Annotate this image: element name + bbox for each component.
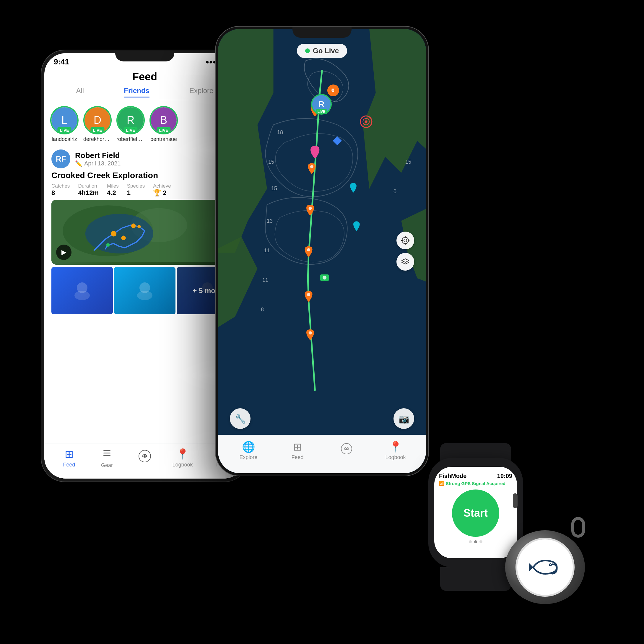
map-live-badge: LIVE [316,109,327,114]
svg-rect-19 [103,455,110,456]
center-nav-logbook[interactable]: 📍 Logbook [384,441,407,461]
go-live-button[interactable]: Go Live [297,44,347,58]
avatar-name-4: bentransue [150,136,177,142]
watch-dot-3 [479,540,482,543]
map-background: 18 15 15 13 11 11 8 0 15 R LIVE 👁 [218,29,426,473]
avatar-name-2: derekhornerfr... [83,136,112,142]
tab-all[interactable]: All [76,87,84,97]
svg-point-43 [346,448,347,450]
center-bottom-nav: 🌐 Explore ⊞ Feed 📍 Logbook [218,435,426,473]
avatar-name-1: landocalriz [52,136,77,142]
tab-explore[interactable]: Explore [189,87,213,97]
go-live-dot [305,48,310,53]
photo-1[interactable] [51,267,113,314]
stat-catches: Catches 8 [51,183,70,197]
center-nav-feed[interactable]: ⊞ Feed [286,441,309,461]
watch-status: 📶 Strong GPS Signal Acquired [439,481,512,486]
watch-dots [469,540,482,543]
svg-rect-18 [103,453,110,453]
left-bottom-nav: ⊞ Feed Gear 📍 Logbook [44,443,245,479]
svg-point-34 [323,276,326,279]
live-avatars-row: L LIVE landocalriz D LIVE derekhornerfr.… [44,100,245,145]
explore-nav-icon: 🌐 [242,441,255,453]
signal-icon: ●●● [206,58,216,65]
stat-species: Species 1 [127,183,145,197]
nav-logbook[interactable]: 📍 Logbook [171,448,194,468]
svg-point-37 [404,239,407,242]
target-button[interactable] [396,232,414,249]
nav-gear[interactable]: Gear [95,448,119,469]
pencil-icon: ✏️ [75,160,82,167]
go-live-label: Go Live [313,47,339,55]
gear-nav-label: Gear [101,462,113,469]
watch-dot-1 [469,540,472,543]
map-controls [396,232,414,271]
feed-tabs[interactable]: All Friends Explore [44,84,245,100]
feed-nav-icon: ⊞ [65,448,74,461]
live-user-1[interactable]: L LIVE landocalriz [50,106,79,142]
post-stats: Catches 8 Duration 4h12m Miles 4.2 Speci… [51,183,238,197]
map-live-avatar[interactable]: R LIVE [311,94,332,115]
signal-bars-icon: 📶 [439,481,445,486]
center-phone: 18 15 15 13 11 11 8 0 15 R LIVE 👁 [216,27,428,476]
play-button[interactable]: ▶ [56,245,71,260]
live-badge-1: LIVE [57,127,71,133]
live-badge-3: LIVE [123,127,137,133]
logbook-center-nav-label: Logbook [385,454,406,461]
svg-rect-17 [103,450,110,451]
watch-time: 10:09 [497,473,512,479]
stat-achieve: Achieve 🏆 2 [153,183,171,197]
avatar-name-3: robertfieldf... [116,136,145,142]
svg-point-15 [137,291,152,300]
svg-point-32 [365,120,367,123]
watch-start-label: Start [464,507,488,519]
center-nav-fishing[interactable] [335,443,358,458]
stat-miles: Miles 4.2 [107,183,119,197]
watch-crown[interactable] [513,493,518,508]
center-nav-explore[interactable]: 🌐 Explore [237,441,260,461]
depth-8: 8 [261,307,264,313]
avatar-ring-4: B LIVE [149,106,178,134]
live-badge-2: LIVE [90,127,104,133]
logbook-center-nav-icon: 📍 [389,441,402,453]
explore-nav-label: Explore [239,454,257,461]
layers-button[interactable] [396,253,414,271]
post-title: Crooked Creek Exploration [51,171,238,180]
photos-row: + 5 more [51,267,238,314]
depth-15c: 15 [405,159,411,165]
photo-2[interactable] [114,267,175,314]
nav-fishing[interactable] [133,450,157,466]
svg-point-7 [111,231,116,236]
watch-start-button[interactable]: Start [452,489,499,537]
tab-friends[interactable]: Friends [124,87,149,97]
svg-point-36 [402,237,409,244]
phone-notch [115,50,174,61]
depth-15b: 15 [271,186,277,192]
avatar-ring-3: R LIVE [116,106,145,134]
fob-ring [571,517,585,538]
camera-button[interactable]: 📷 [393,408,414,429]
feed-title: Feed [44,71,245,83]
svg-point-27 [307,293,310,296]
svg-point-25 [309,207,312,210]
watch-screen: FishMode 10:09 📶 Strong GPS Signal Acqui… [434,467,517,558]
svg-point-28 [309,331,312,335]
wrench-button[interactable]: 🔧 [230,408,251,429]
post-card: RF Robert Field ✏️ April 13, 2021 Crooke… [44,145,245,319]
watch-app-name: FishMode [439,473,466,479]
logbook-nav-label: Logbook [172,462,193,468]
live-user-4[interactable]: B LIVE bentransue [149,106,178,142]
feed-center-nav-label: Feed [291,454,303,461]
svg-point-9 [121,236,126,240]
svg-point-11 [137,225,141,228]
depth-18: 18 [277,129,283,136]
app-scene: 9:41 ●●● Feed All Friends [41,27,603,617]
live-user-2[interactable]: D LIVE derekhornerfr... [83,106,112,142]
live-user-3[interactable]: R LIVE robertfieldf... [116,106,145,142]
feed-nav-label: Feed [63,462,75,468]
post-avatar: RF [51,149,70,168]
nav-feed[interactable]: ⊞ Feed [57,448,81,468]
svg-point-24 [310,165,313,168]
status-time: 9:41 [54,57,69,66]
stat-duration: Duration 4h12m [78,183,99,197]
